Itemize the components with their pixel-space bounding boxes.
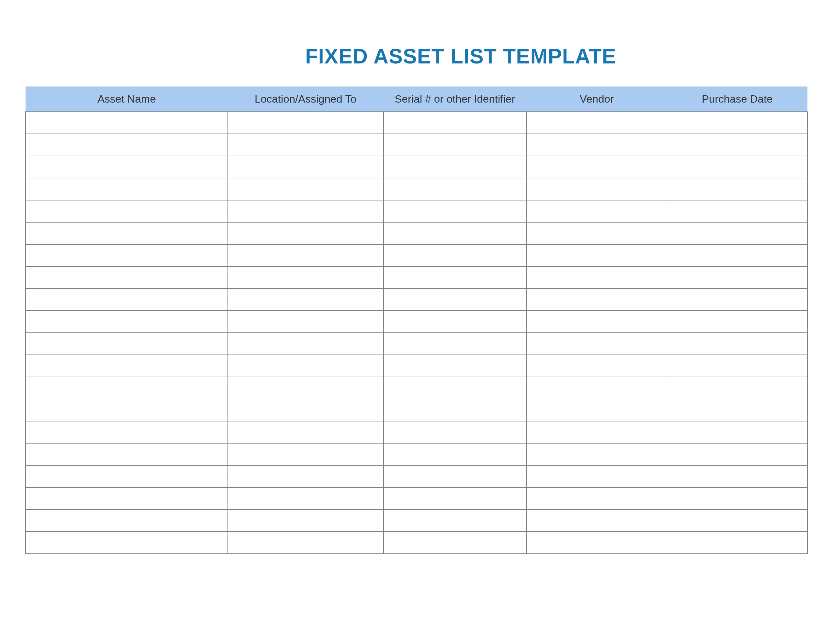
table-cell[interactable] (383, 488, 527, 510)
table-cell[interactable] (667, 266, 807, 288)
table-cell[interactable] (228, 510, 383, 531)
table-cell[interactable] (228, 421, 383, 443)
table-cell[interactable] (26, 355, 228, 377)
table-cell[interactable] (667, 288, 807, 311)
table-cell[interactable] (26, 333, 228, 355)
table-cell[interactable] (228, 443, 383, 465)
table-cell[interactable] (26, 200, 228, 222)
table-cell[interactable] (228, 222, 383, 244)
table-cell[interactable] (26, 465, 228, 488)
table-cell[interactable] (383, 156, 527, 178)
table-cell[interactable] (383, 134, 527, 156)
table-cell[interactable] (26, 510, 228, 531)
table-cell[interactable] (383, 377, 527, 399)
table-cell[interactable] (383, 311, 527, 333)
table-cell[interactable] (26, 421, 228, 443)
table-cell[interactable] (383, 244, 527, 266)
table-cell[interactable] (228, 311, 383, 333)
table-cell[interactable] (527, 112, 667, 134)
table-cell[interactable] (26, 377, 228, 399)
table-cell[interactable] (527, 377, 667, 399)
table-cell[interactable] (667, 156, 807, 178)
table-cell[interactable] (228, 377, 383, 399)
table-cell[interactable] (383, 465, 527, 488)
table-cell[interactable] (667, 134, 807, 156)
table-cell[interactable] (527, 443, 667, 465)
table-cell[interactable] (383, 421, 527, 443)
table-cell[interactable] (667, 333, 807, 355)
table-cell[interactable] (383, 266, 527, 288)
table-cell[interactable] (667, 510, 807, 531)
table-cell[interactable] (667, 112, 807, 134)
table-cell[interactable] (383, 399, 527, 421)
table-cell[interactable] (527, 510, 667, 531)
table-cell[interactable] (26, 531, 228, 554)
table-cell[interactable] (26, 178, 228, 200)
table-cell[interactable] (383, 288, 527, 311)
table-cell[interactable] (26, 112, 228, 134)
table-cell[interactable] (667, 465, 807, 488)
table-cell[interactable] (26, 244, 228, 266)
table-cell[interactable] (527, 421, 667, 443)
table-cell[interactable] (527, 200, 667, 222)
table-cell[interactable] (228, 531, 383, 554)
table-cell[interactable] (383, 112, 527, 134)
table-cell[interactable] (667, 200, 807, 222)
table-cell[interactable] (667, 222, 807, 244)
table-cell[interactable] (527, 178, 667, 200)
table-cell[interactable] (527, 266, 667, 288)
table-cell[interactable] (667, 377, 807, 399)
table-cell[interactable] (667, 421, 807, 443)
table-cell[interactable] (527, 465, 667, 488)
table-cell[interactable] (667, 178, 807, 200)
table-cell[interactable] (26, 399, 228, 421)
table-cell[interactable] (26, 311, 228, 333)
table-cell[interactable] (667, 531, 807, 554)
table-cell[interactable] (26, 288, 228, 311)
table-cell[interactable] (667, 443, 807, 465)
table-cell[interactable] (667, 244, 807, 266)
table-cell[interactable] (527, 311, 667, 333)
table-cell[interactable] (667, 488, 807, 510)
table-cell[interactable] (527, 333, 667, 355)
table-cell[interactable] (527, 355, 667, 377)
table-cell[interactable] (228, 465, 383, 488)
table-cell[interactable] (383, 200, 527, 222)
table-cell[interactable] (228, 200, 383, 222)
table-cell[interactable] (383, 222, 527, 244)
table-cell[interactable] (228, 244, 383, 266)
table-cell[interactable] (527, 156, 667, 178)
table-cell[interactable] (228, 156, 383, 178)
table-cell[interactable] (527, 288, 667, 311)
table-cell[interactable] (228, 134, 383, 156)
table-cell[interactable] (527, 134, 667, 156)
table-cell[interactable] (383, 443, 527, 465)
table-cell[interactable] (527, 531, 667, 554)
table-cell[interactable] (527, 222, 667, 244)
table-cell[interactable] (228, 266, 383, 288)
table-cell[interactable] (527, 488, 667, 510)
table-cell[interactable] (383, 355, 527, 377)
table-cell[interactable] (26, 156, 228, 178)
table-cell[interactable] (26, 488, 228, 510)
table-cell[interactable] (228, 178, 383, 200)
table-cell[interactable] (228, 333, 383, 355)
table-cell[interactable] (26, 266, 228, 288)
table-cell[interactable] (667, 355, 807, 377)
table-cell[interactable] (383, 510, 527, 531)
table-cell[interactable] (228, 399, 383, 421)
table-cell[interactable] (667, 399, 807, 421)
table-cell[interactable] (527, 244, 667, 266)
table-cell[interactable] (383, 333, 527, 355)
table-cell[interactable] (383, 178, 527, 200)
table-cell[interactable] (228, 355, 383, 377)
table-cell[interactable] (228, 488, 383, 510)
table-cell[interactable] (26, 134, 228, 156)
table-cell[interactable] (383, 531, 527, 554)
table-cell[interactable] (26, 222, 228, 244)
table-cell[interactable] (228, 112, 383, 134)
table-cell[interactable] (527, 399, 667, 421)
table-cell[interactable] (667, 311, 807, 333)
table-cell[interactable] (26, 443, 228, 465)
table-cell[interactable] (228, 288, 383, 311)
